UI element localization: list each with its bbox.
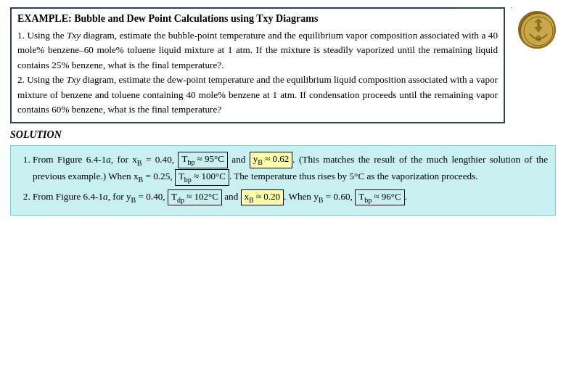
- s2-fig-pre: From Figure 6.4-1: [33, 191, 103, 202]
- dots-decoration: · · · · · · · ·: [462, 3, 514, 12]
- example-part1-body: diagram, estimate the bubble-point tempe…: [17, 30, 498, 70]
- svg-point-2: [536, 36, 541, 41]
- txy-italic-2: Txy: [66, 74, 80, 85]
- s1-box-yb1: yB ≈ 0.62: [250, 152, 293, 168]
- txy-italic-1: Txy: [67, 30, 81, 41]
- solution-label: SOLUTION: [10, 129, 556, 141]
- example-body: 1. Using the Txy diagram, estimate the b…: [17, 28, 498, 118]
- page-container: · · · · · · · · EXAMPLE: Bubble and Dew …: [0, 0, 566, 392]
- solution-item-2: From Figure 6.4-1a, for yB = 0.40, Tdp ≈…: [33, 189, 548, 206]
- example-title: EXAMPLE: Bubble and Dew Point Calculatio…: [17, 13, 498, 25]
- solution-list: From Figure 6.4-1a, for xB = 0.40, Tbp ≈…: [18, 152, 548, 206]
- s1-a: a: [106, 154, 111, 165]
- s1-end: . The temperature thus rises by 5°C as t…: [229, 171, 478, 181]
- s2-mid1: , for yB = 0.40,: [108, 191, 168, 202]
- s1-mid1: , for xB = 0.40,: [111, 154, 179, 165]
- s2-box-xb1: xB ≈ 0.20: [241, 189, 284, 206]
- s2-box-tdp1: Tdp ≈ 102°C: [168, 189, 222, 206]
- s1-and1: and: [228, 154, 250, 165]
- s2-end: .: [405, 191, 407, 202]
- solution-item-1: From Figure 6.4-1a, for xB = 0.40, Tbp ≈…: [33, 152, 548, 186]
- example-part2-body: diagram, estimate the dew-point temperat…: [17, 74, 498, 115]
- example-part1-pre: 1. Using the: [17, 30, 67, 41]
- example-box: EXAMPLE: Bubble and Dew Point Calculatio…: [10, 7, 505, 123]
- logo-area: [515, 6, 559, 53]
- s2-mid2: . When yB = 0.60,: [284, 191, 355, 202]
- s1-fig-pre: From Figure 6.4-1: [33, 154, 106, 165]
- s2-and1: and: [222, 191, 241, 202]
- solution-box: From Figure 6.4-1a, for xB = 0.40, Tbp ≈…: [10, 145, 556, 216]
- s1-box-tbp1: Tbp ≈ 95°C: [178, 152, 227, 168]
- logo-circle: [518, 11, 556, 49]
- s2-a: a: [103, 191, 108, 202]
- s1-box-tbp2: Tbp ≈ 100°C: [175, 169, 229, 186]
- example-part2-pre: 2. Using the: [17, 74, 66, 85]
- s2-box-tdp2: Tbp ≈ 96°C: [355, 189, 404, 206]
